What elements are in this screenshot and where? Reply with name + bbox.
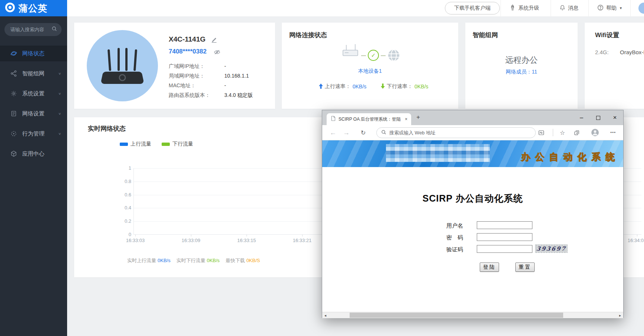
login-button[interactable]: 登陆 (480, 262, 499, 272)
x-axis-tick-label: 16:34:03 (628, 238, 644, 243)
reset-button[interactable]: 重置 (515, 262, 535, 272)
members-value: 11 (532, 69, 537, 75)
window-minimize-button[interactable]: – (573, 110, 590, 125)
captcha-field[interactable] (477, 245, 532, 253)
new-tab-button[interactable]: + (416, 114, 420, 121)
smart-network-icon (10, 70, 17, 77)
dandelion-logo-icon (4, 2, 16, 14)
x-axis-tick-mark (135, 235, 136, 236)
download-app-button[interactable]: 下载手机客户端 (445, 2, 500, 14)
username-field[interactable] (477, 221, 532, 229)
help-menu[interactable]: 帮助 ▼ (597, 0, 622, 16)
collections-icon[interactable] (571, 125, 582, 140)
horizontal-scrollbar[interactable]: ◂ ▸ (322, 312, 623, 318)
tab-close-icon[interactable]: × (405, 117, 407, 122)
behavior-manage-icon (10, 130, 17, 137)
oa-heading: SCIRP 办公自动化系统 (322, 192, 623, 205)
eye-off-icon[interactable] (214, 49, 221, 57)
browser-tools-icon[interactable] (536, 125, 546, 140)
legend-item-upload[interactable]: 上行流量 (120, 141, 151, 147)
captcha-image[interactable]: 393697 (535, 244, 568, 253)
legend-label: 上行流量 (131, 141, 151, 147)
scrollbar-thumb[interactable] (350, 313, 563, 318)
password-field[interactable] (477, 233, 532, 241)
stat-label: 最快下载 (225, 258, 245, 263)
sidebar-search[interactable] (4, 23, 62, 36)
chevron-down-icon: ∨ (58, 92, 61, 95)
edit-icon[interactable] (211, 37, 217, 45)
router-info-row: 路由器系统版本： 3.4.0 稳定版 (169, 92, 210, 99)
profile-avatar-icon[interactable] (590, 125, 600, 140)
arrow-down-icon (381, 84, 385, 90)
stat-value: 0KB/s (207, 258, 220, 263)
messages-label: 消息 (568, 5, 578, 12)
address-input[interactable] (389, 130, 531, 136)
sidebar-item-network-status[interactable]: 网络状态 (0, 46, 67, 61)
scroll-right-icon[interactable]: ▸ (617, 312, 623, 318)
system-settings-icon (10, 90, 17, 97)
y-axis-tick-label: 0.8 (112, 179, 131, 184)
window-maximize-button[interactable] (590, 110, 607, 125)
router-info-row: 广域网IP地址： - (169, 63, 205, 70)
smart-network-card: 智能组网 远程办公 网络成员：11 (465, 23, 578, 109)
more-options-icon[interactable]: ⋯ (608, 125, 618, 140)
favorites-star-icon[interactable]: ☆ (557, 125, 568, 140)
captcha-label: 验证码 (426, 246, 463, 253)
sidebar-item-system-settings[interactable]: 系统设置 ∨ (0, 86, 67, 101)
info-value: 10.168.1.1 (224, 73, 284, 79)
browser-tab[interactable]: SCIRP OA 后台管理系统：登陆 × (327, 113, 411, 125)
sidebar-item-network-settings[interactable]: 网络设置 ∨ (0, 106, 67, 121)
y-axis-tick-label: 0 (112, 232, 131, 237)
sidebar-item-label: 网络状态 (22, 50, 44, 57)
search-input[interactable] (10, 27, 52, 32)
legend-swatch (120, 143, 128, 146)
chevron-down-icon: ∨ (58, 72, 61, 75)
upload-rate-value: 0KB/s (353, 84, 366, 89)
chart-title: 实时网络状态 (88, 124, 126, 133)
oa-page-content: 办公自动化系统 SCIRP 办公自动化系统 用户名 密 码 验证码 393697… (322, 140, 623, 312)
tab-title: SCIRP OA 后台管理系统：登陆 (338, 116, 402, 123)
back-button[interactable]: ← (330, 125, 336, 140)
search-icon[interactable] (52, 26, 57, 33)
legend-label: 下行流量 (172, 141, 193, 147)
sidebar-item-behavior-manage[interactable]: 行为管理 ∨ (0, 126, 67, 141)
stat-value: 0KB/S (246, 258, 260, 263)
stat-value: 0KB/s (158, 258, 171, 263)
refresh-button[interactable]: ↻ (361, 125, 366, 140)
browser-toolbar: ← → ↻ ☆ (322, 125, 623, 140)
scroll-left-icon[interactable]: ◂ (322, 312, 328, 318)
help-icon (597, 4, 604, 12)
members-label: 网络成员： (506, 69, 532, 75)
wifi-ssid: OrayBox-E (620, 49, 644, 55)
x-axis-tick-mark (191, 235, 191, 236)
card-title: 智能组网 (473, 31, 498, 39)
x-axis-tick-label: 16:33:15 (237, 238, 256, 243)
topbar-divider (551, 0, 551, 16)
oa-banner: 办公自动化系统 (322, 140, 623, 167)
info-label: 局域网IP地址： (169, 73, 205, 79)
forward-button[interactable]: → (343, 125, 350, 140)
toolbar-divider (551, 125, 555, 140)
window-close-button[interactable]: × (607, 110, 623, 125)
user-avatar[interactable] (638, 3, 644, 14)
sidebar-item-smart-network[interactable]: 智能组网 ∨ (0, 66, 67, 81)
upload-rate: 上行速率： 0KB/s (319, 83, 366, 90)
local-device-link[interactable]: 本地设备1 (282, 68, 458, 75)
router-info-row: 局域网IP地址： 10.168.1.1 (169, 73, 205, 79)
sidebar-item-app-center[interactable]: 应用中心 (0, 146, 67, 162)
legend-item-download[interactable]: 下行流量 (162, 141, 193, 147)
system-upgrade-button[interactable]: 系统升级 (509, 0, 539, 16)
sidebar-item-label: 系统设置 (22, 90, 44, 97)
internet-globe-icon (387, 49, 400, 63)
info-value: - (224, 63, 284, 69)
network-settings-icon (10, 110, 17, 117)
browser-tabbar: SCIRP OA 后台管理系统：登陆 × + – × (322, 110, 623, 125)
messages-button[interactable]: 消息 (559, 0, 578, 16)
network-members-link[interactable]: 网络成员：11 (465, 69, 578, 75)
stat-upload: 实时上行流量0KB/s (127, 257, 171, 264)
address-bar[interactable] (376, 127, 536, 138)
x-axis-tick-mark (247, 235, 247, 236)
network-name: 远程办公 (465, 55, 578, 66)
search-icon (381, 130, 386, 136)
stat-label: 实时下行流量 (176, 258, 205, 263)
